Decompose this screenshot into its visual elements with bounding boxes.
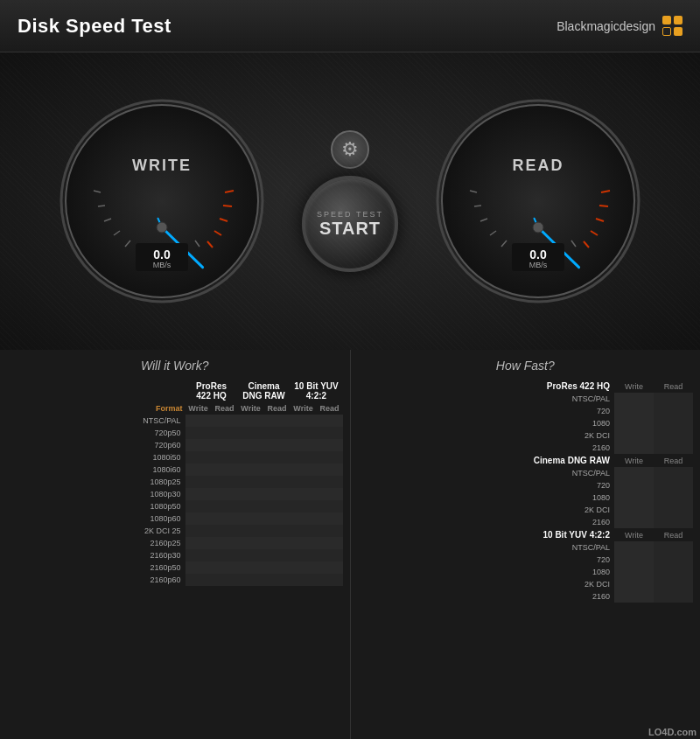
table-cell [317, 464, 343, 476]
read-gauge-svg: READ 0.0 MB/s [433, 96, 643, 306]
brand-sq-1 [662, 16, 671, 24]
how-fast-cell [654, 393, 693, 405]
brand-sq-3 [662, 27, 671, 36]
watermark: LO4D.com [648, 727, 696, 737]
table-cell [290, 512, 317, 525]
table-cell [212, 561, 238, 574]
table-cell [238, 512, 264, 525]
table-cell [238, 500, 264, 512]
how-fast-cell [614, 479, 654, 492]
how-fast-cell [654, 479, 693, 492]
col-yuv: 10 Bit YUV 4:2:2 [290, 380, 343, 402]
how-fast-cell [614, 417, 654, 429]
table-cell [317, 488, 343, 500]
svg-text:0.0: 0.0 [529, 247, 547, 261]
svg-text:READ: READ [512, 157, 564, 174]
how-fast-cell [614, 442, 654, 454]
table-cell [186, 464, 212, 476]
table-cell [186, 512, 212, 525]
table-cell [238, 451, 264, 464]
table-cell [238, 549, 264, 561]
start-button[interactable]: SPEED TEST START [302, 176, 398, 272]
table-cell [264, 512, 290, 525]
table-cell [264, 549, 290, 561]
table-cell [238, 525, 264, 537]
table-cell [238, 439, 264, 451]
how-fast-cell [614, 541, 654, 554]
sub-write-3: Write [290, 402, 317, 415]
how-fast-cell [614, 566, 654, 578]
how-fast-cell [614, 492, 654, 504]
table-cell [264, 574, 290, 586]
table-cell [264, 451, 290, 464]
will-it-work-area: Will it Work? ProRes 422 HQ Cinema DNG R… [0, 350, 351, 739]
table-cell [290, 476, 317, 488]
how-fast-area: How Fast? ProRes 422 HQWriteReadNTSC/PAL… [351, 350, 701, 739]
write-gauge: WRITE 0.0 MB/s [57, 96, 267, 306]
how-fast-cell [614, 590, 654, 603]
how-fast-cell [654, 429, 693, 442]
will-it-work-table: ProRes 422 HQ Cinema DNG RAW 10 Bit YUV … [7, 380, 343, 586]
table-cell [290, 451, 317, 464]
table-cell [317, 439, 343, 451]
table-cell [264, 439, 290, 451]
gauges-section: WRITE 0.0 MB/s SPEED TEST START [0, 52, 700, 350]
table-cell [290, 464, 317, 476]
table-cell [317, 451, 343, 464]
svg-point-19 [157, 222, 167, 233]
how-fast-cell [614, 429, 654, 442]
table-cell [317, 415, 343, 427]
how-fast-cell [654, 467, 693, 479]
table-cell [264, 500, 290, 512]
table-cell [264, 464, 290, 476]
table-cell [290, 561, 317, 574]
table-cell [290, 574, 317, 586]
table-cell [317, 512, 343, 525]
table-cell [264, 561, 290, 574]
table-cell [290, 415, 317, 427]
table-cell [238, 427, 264, 439]
table-cell [290, 500, 317, 512]
app-header: Disk Speed Test Blackmagicdesign [0, 0, 700, 52]
table-cell [212, 464, 238, 476]
table-cell [317, 537, 343, 549]
how-fast-cell [614, 504, 654, 516]
how-fast-cell [614, 405, 654, 417]
write-gauge-svg: WRITE 0.0 MB/s [57, 96, 267, 306]
brand-name: Blackmagicdesign [556, 19, 655, 33]
table-cell [317, 549, 343, 561]
table-cell [212, 512, 238, 525]
table-cell [290, 549, 317, 561]
table-cell [186, 476, 212, 488]
brand-squares [662, 16, 682, 36]
table-cell [238, 561, 264, 574]
table-cell [317, 561, 343, 574]
col-prores-hq: ProRes 422 HQ [186, 380, 238, 402]
table-cell [186, 537, 212, 549]
table-cell [290, 525, 317, 537]
table-cell [290, 439, 317, 451]
format-header: Format [7, 402, 186, 415]
table-cell [212, 525, 238, 537]
sub-read-3: Read [317, 402, 343, 415]
table-cell [212, 451, 238, 464]
table-cell [212, 500, 238, 512]
table-cell [264, 415, 290, 427]
svg-line-8 [98, 206, 105, 206]
svg-point-42 [533, 222, 543, 233]
table-cell [290, 488, 317, 500]
how-fast-cell [654, 442, 693, 454]
how-fast-cell [654, 417, 693, 429]
read-gauge: READ 0.0 MB/s [433, 96, 643, 306]
table-cell [186, 525, 212, 537]
gear-button[interactable] [331, 130, 369, 169]
start-label-main: START [319, 219, 381, 239]
how-fast-cell [614, 554, 654, 566]
how-fast-cell [654, 516, 693, 528]
table-cell [317, 500, 343, 512]
svg-text:0.0: 0.0 [153, 247, 171, 261]
table-cell [212, 439, 238, 451]
table-cell [212, 537, 238, 549]
table-cell [186, 451, 212, 464]
center-button-area: SPEED TEST START [302, 130, 398, 272]
